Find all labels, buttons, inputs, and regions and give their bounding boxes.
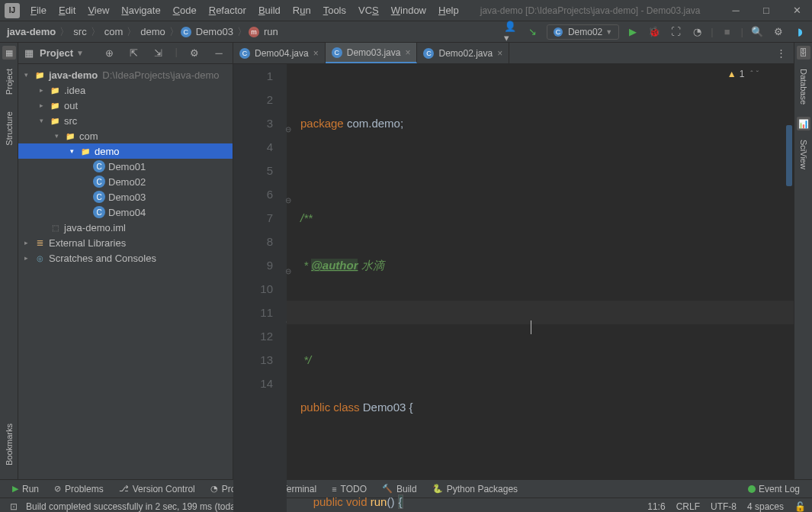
window-title: java-demo [D:\IdeaProjects\java-demo] - … [480,5,701,16]
line-number-gutter[interactable]: 1 2 3 4 5 6 7 8 9 10 11 12 13 14 ⊖ ⊖ ⊖ ⌋ [233,64,287,512]
profile-button[interactable]: ◔ [689,24,704,40]
tab-demo04[interactable]: C Demo04.java × [233,43,326,63]
editor-scrollbar[interactable] [785,64,794,512]
menu-vcs[interactable]: VCS [352,2,385,19]
menu-window[interactable]: Window [385,2,432,19]
build-button[interactable]: ↘ [525,24,541,40]
sciview-tool-icon[interactable]: 📊 [797,117,810,130]
user-icon[interactable]: 👤▾ [504,24,519,40]
tree-file-demo03[interactable]: CDemo03 [18,189,233,204]
close-tab-icon[interactable]: × [405,47,410,58]
window-controls: ─ □ ✕ [721,0,812,21]
tree-file-demo04[interactable]: CDemo04 [18,204,233,220]
crumb-class[interactable]: Demo03 [194,26,236,37]
crumb-com[interactable]: com [102,26,126,37]
menu-refactor[interactable]: Refactor [203,2,252,19]
project-tree: ▾📁 java-demo D:\IdeaProjects\java-demo ▸… [18,64,233,269]
main-area: ▦ Project Structure Bookmarks ▦ Project … [0,43,812,479]
tab-demo02[interactable]: C Demo02.java × [417,43,509,63]
tool-vcs[interactable]: ⎇Version Control [111,484,203,494]
crumb-src[interactable]: src [71,26,88,37]
chevron-down-icon[interactable]: ▼ [76,49,84,57]
close-tab-icon[interactable]: × [313,48,319,59]
chevron-up-icon[interactable]: ˆ [750,70,753,79]
close-button[interactable]: ✕ [782,0,812,21]
plugin-button[interactable]: ◗ [792,24,807,40]
tab-demo03[interactable]: C Demo03.java × [326,43,418,63]
side-tab-project[interactable]: Project [3,63,15,101]
editor-body[interactable]: ▲ 1 ˆ ˇ 1 2 3 4 5 6 7 8 9 10 11 12 13 14 [233,64,794,512]
menu-edit[interactable]: Edit [53,2,82,19]
menu-help[interactable]: Help [432,2,465,19]
project-panel: ▦ Project ▼ ⊕ ⇱ ⇲ | ⚙ ─ ▾📁 java-demo D:\… [18,43,233,479]
menu-tools[interactable]: Tools [317,2,352,19]
menu-code[interactable]: Code [167,2,203,19]
tab-more-icon[interactable]: ⋮ [769,47,794,59]
project-panel-header: ▦ Project ▼ ⊕ ⇱ ⇲ | ⚙ ─ [18,43,233,64]
left-tool-stripe: ▦ Project Structure Bookmarks [0,43,18,479]
run-button[interactable]: ▶ [625,24,640,40]
class-icon: C [554,27,563,37]
tree-com[interactable]: ▾📁com [18,128,233,143]
code-content[interactable]: package com.demo; /** * @author 水滴 * @da… [287,64,794,512]
collapse-all-icon[interactable]: ⇲ [151,46,166,61]
tree-idea[interactable]: ▸📁.idea [18,82,233,98]
menu-file[interactable]: File [24,2,53,19]
tree-file-demo02[interactable]: CDemo02 [18,174,233,189]
inspection-widget[interactable]: ▲ 1 ˆ ˇ [727,69,759,79]
panel-toolbar: ⊕ ⇱ ⇲ | ⚙ ─ [102,46,226,61]
current-line-highlight [287,301,794,324]
tree-src[interactable]: ▾📁src [18,113,233,128]
text-cursor [531,320,531,334]
tree-root[interactable]: ▾📁 java-demo D:\IdeaProjects\java-demo [18,67,233,82]
menu-run[interactable]: Run [287,2,317,19]
tree-demo[interactable]: ▾📁demo [18,143,233,159]
panel-title[interactable]: Project [40,47,73,59]
run-config-selector[interactable]: C Demo02 ▼ [547,24,619,40]
select-opened-icon[interactable]: ⊕ [102,46,117,61]
method-icon: m [249,27,259,37]
menu-view[interactable]: View [82,2,115,19]
project-view-icon: ▦ [24,47,37,60]
expand-all-icon[interactable]: ⇱ [127,46,142,61]
hide-panel-icon[interactable]: ─ [211,46,226,61]
menu-build[interactable]: Build [252,2,287,19]
status-toggle-icon[interactable]: ⊡ [6,499,21,513]
chevron-down-icon[interactable]: ˇ [756,70,759,79]
settings-button[interactable]: ⚙ [771,24,786,40]
editor-area: C Demo04.java × C Demo03.java × C Demo02… [233,43,794,479]
side-tab-bookmarks[interactable]: Bookmarks [3,417,15,472]
search-button[interactable]: 🔍 [749,24,765,40]
tree-scratches[interactable]: ▸◎Scratches and Consoles [18,250,233,266]
database-tool-icon[interactable]: 🗄 [797,46,810,60]
crumb-project[interactable]: java-demo [5,26,58,37]
debug-button[interactable]: 🐞 [647,24,662,40]
tree-out[interactable]: ▸📁out [18,98,233,113]
close-tab-icon[interactable]: × [497,48,502,59]
status-message: Build completed successfully in 2 sec, 1… [26,501,268,512]
editor-tabs: C Demo04.java × C Demo03.java × C Demo02… [233,43,794,64]
stop-button[interactable]: ■ [720,24,735,40]
menu-navigate[interactable]: Navigate [115,2,166,19]
tool-run[interactable]: ▶Run [5,484,47,494]
maximize-button[interactable]: □ [751,0,782,21]
tree-external[interactable]: ▸𝌆External Libraries [18,235,233,250]
panel-settings-icon[interactable]: ⚙ [187,46,202,61]
crumb-demo[interactable]: demo [138,26,168,37]
side-tab-database[interactable]: Database [798,63,810,111]
side-tab-structure[interactable]: Structure [3,105,15,152]
crumb-method[interactable]: run [262,26,281,37]
minimize-button[interactable]: ─ [721,0,751,21]
project-tool-icon[interactable]: ▦ [2,46,16,60]
tree-file-demo01[interactable]: CDemo01 [18,159,233,174]
coverage-button[interactable]: ⛶ [668,24,683,40]
side-tab-sciview[interactable]: SciView [798,134,810,175]
tool-problems[interactable]: ⊘Problems [47,484,111,494]
class-icon: C [332,47,342,58]
main-menu: File Edit View Navigate Code Refactor Bu… [24,2,465,19]
readonly-toggle-icon[interactable]: 🔓 [794,501,806,512]
scrollbar-marker[interactable] [786,125,792,186]
warning-icon: ▲ [727,69,737,79]
tree-iml[interactable]: ⬚java-demo.iml [18,220,233,235]
navigation-bar: java-demo 〉 src 〉 com 〉 demo 〉 C Demo03 … [0,21,812,43]
